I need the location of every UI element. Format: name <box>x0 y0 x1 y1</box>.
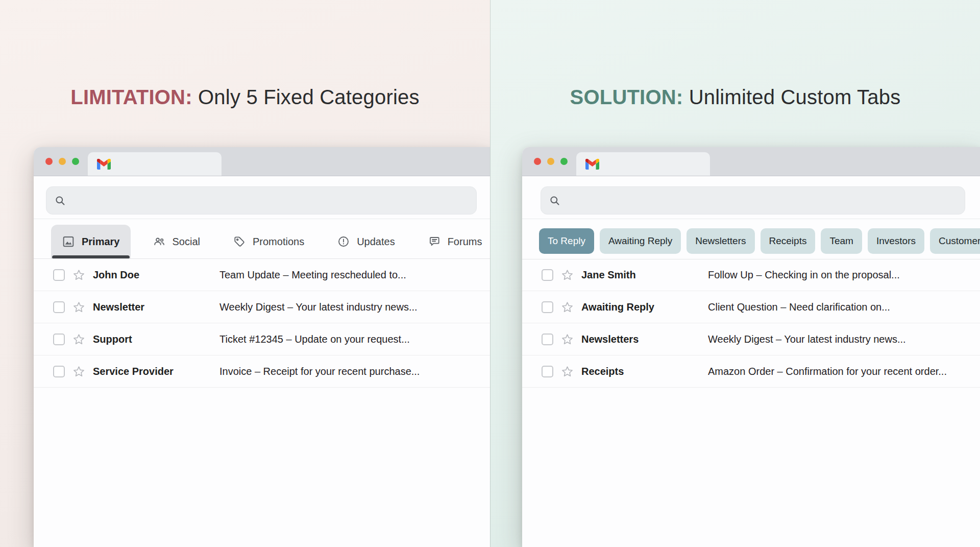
email-subject: Follow Up – Checking in on the proposal.… <box>708 269 980 281</box>
custom-tab-label: Investors <box>876 235 916 247</box>
solution-panel: SOLUTION: Unlimited Custom Tabs To Reply… <box>490 0 980 547</box>
inbox-icon <box>62 235 75 248</box>
divider <box>522 219 980 219</box>
category-tab-forums[interactable]: Forums <box>417 225 490 258</box>
window-titlebar <box>522 147 980 176</box>
search-input[interactable] <box>567 194 957 207</box>
star-icon[interactable] <box>560 365 574 378</box>
solution-title-highlight: SOLUTION: <box>570 86 683 108</box>
search-bar[interactable] <box>541 186 965 215</box>
email-sender: Newsletters <box>581 334 708 345</box>
email-subject: Client Question – Need clarification on.… <box>708 301 980 313</box>
row-checkbox[interactable] <box>53 334 65 345</box>
star-icon[interactable] <box>560 332 574 346</box>
category-label: Updates <box>357 236 395 248</box>
custom-tab-investors[interactable]: Investors <box>868 228 924 254</box>
custom-tab-pills: To ReplyAwaiting ReplyNewslettersReceipt… <box>539 228 976 254</box>
custom-tab-to-reply[interactable]: To Reply <box>539 228 594 254</box>
custom-tab-label: Team <box>829 235 853 247</box>
window-titlebar <box>34 147 490 176</box>
custom-tab-team[interactable]: Team <box>821 228 862 254</box>
gmail-window-custom-tabs: To ReplyAwaiting ReplyNewslettersReceipt… <box>522 147 980 547</box>
custom-tab-label: Newsletters <box>695 235 746 247</box>
email-sender: Service Provider <box>93 366 219 377</box>
email-row[interactable]: Awaiting Reply Client Question – Need cl… <box>522 291 980 323</box>
star-icon[interactable] <box>72 300 86 314</box>
traffic-lights <box>45 158 79 165</box>
search-bar[interactable] <box>46 186 477 215</box>
limitation-title-highlight: LIMITATION: <box>70 86 192 108</box>
email-row[interactable]: Newsletter Weekly Digest – Your latest i… <box>34 291 490 323</box>
custom-tab-customers[interactable]: Customers <box>930 228 980 254</box>
category-label: Promotions <box>253 236 304 248</box>
row-checkbox[interactable] <box>542 334 553 345</box>
email-sender: John Doe <box>93 269 219 281</box>
solution-title-rest: Unlimited Custom Tabs <box>689 86 901 108</box>
category-label: Primary <box>82 236 120 248</box>
browser-tab[interactable] <box>88 152 222 176</box>
row-checkbox[interactable] <box>53 269 65 281</box>
tag-icon <box>233 235 246 248</box>
email-row[interactable]: Receipts Amazon Order – Confirmation for… <box>522 355 980 388</box>
category-tab-promotions[interactable]: Promotions <box>222 225 315 258</box>
email-sender: Support <box>93 334 219 345</box>
alert-circle-icon <box>337 235 350 248</box>
minimize-button[interactable] <box>59 158 66 165</box>
close-button[interactable] <box>534 158 541 165</box>
star-icon[interactable] <box>560 268 574 282</box>
minimize-button[interactable] <box>547 158 554 165</box>
category-tab-social[interactable]: Social <box>142 225 211 258</box>
category-label: Forums <box>448 236 482 248</box>
star-icon[interactable] <box>72 365 86 378</box>
limitation-panel: LIMITATION: Only 5 Fixed Categories <box>0 0 490 547</box>
email-row[interactable]: Jane Smith Follow Up – Checking in on th… <box>522 259 980 291</box>
divider <box>34 219 490 219</box>
zoom-button[interactable] <box>560 158 568 165</box>
search-icon <box>54 195 66 207</box>
row-checkbox[interactable] <box>542 269 553 281</box>
custom-tab-label: To Reply <box>548 235 585 247</box>
custom-tab-newsletters[interactable]: Newsletters <box>687 228 754 254</box>
solution-title: SOLUTION: Unlimited Custom Tabs <box>491 86 980 109</box>
gmail-window-fixed-categories: Primary Social Promotions Updates Forums… <box>34 147 490 547</box>
email-row[interactable]: Service Provider Invoice – Receipt for y… <box>34 355 490 388</box>
email-subject: Weekly Digest – Your latest industry new… <box>708 334 980 345</box>
comparison-graphic: LIMITATION: Only 5 Fixed Categories <box>0 0 980 547</box>
zoom-button[interactable] <box>72 158 79 165</box>
email-row[interactable]: Newsletters Weekly Digest – Your latest … <box>522 323 980 355</box>
search-input[interactable] <box>72 194 469 207</box>
category-tab-primary[interactable]: Primary <box>51 225 131 258</box>
chat-bubble-icon <box>428 235 441 248</box>
close-button[interactable] <box>45 158 53 165</box>
email-subject: Ticket #12345 – Update on your request..… <box>219 334 490 345</box>
row-checkbox[interactable] <box>53 366 65 377</box>
custom-tab-label: Awaiting Reply <box>608 235 672 247</box>
limitation-title: LIMITATION: Only 5 Fixed Categories <box>0 86 490 109</box>
email-row[interactable]: Support Ticket #12345 – Update on your r… <box>34 323 490 355</box>
email-sender: Jane Smith <box>581 269 708 281</box>
custom-tab-awaiting-reply[interactable]: Awaiting Reply <box>600 228 681 254</box>
email-sender: Newsletter <box>93 301 219 313</box>
email-list: John Doe Team Update – Meeting reschedul… <box>34 259 490 388</box>
star-icon[interactable] <box>72 332 86 346</box>
category-tabs: Primary Social Promotions Updates Forums <box>51 225 490 258</box>
star-icon[interactable] <box>560 300 574 314</box>
browser-tab[interactable] <box>576 152 710 176</box>
email-subject: Weekly Digest – Your latest industry new… <box>219 301 490 313</box>
email-subject: Invoice – Receipt for your recent purcha… <box>219 366 490 377</box>
limitation-title-rest: Only 5 Fixed Categories <box>198 86 420 108</box>
custom-tab-receipts[interactable]: Receipts <box>761 228 816 254</box>
custom-tab-label: Customers <box>939 235 980 247</box>
email-subject: Team Update – Meeting rescheduled to... <box>219 269 490 281</box>
row-checkbox[interactable] <box>53 301 65 313</box>
category-tab-updates[interactable]: Updates <box>326 225 406 258</box>
email-row[interactable]: John Doe Team Update – Meeting reschedul… <box>34 259 490 291</box>
gmail-logo-icon <box>585 159 599 170</box>
search-icon <box>549 195 561 207</box>
row-checkbox[interactable] <box>542 301 553 313</box>
traffic-lights <box>534 158 568 165</box>
star-icon[interactable] <box>72 268 86 282</box>
email-sender: Awaiting Reply <box>581 301 708 313</box>
row-checkbox[interactable] <box>542 366 553 377</box>
email-list: Jane Smith Follow Up – Checking in on th… <box>522 259 980 388</box>
